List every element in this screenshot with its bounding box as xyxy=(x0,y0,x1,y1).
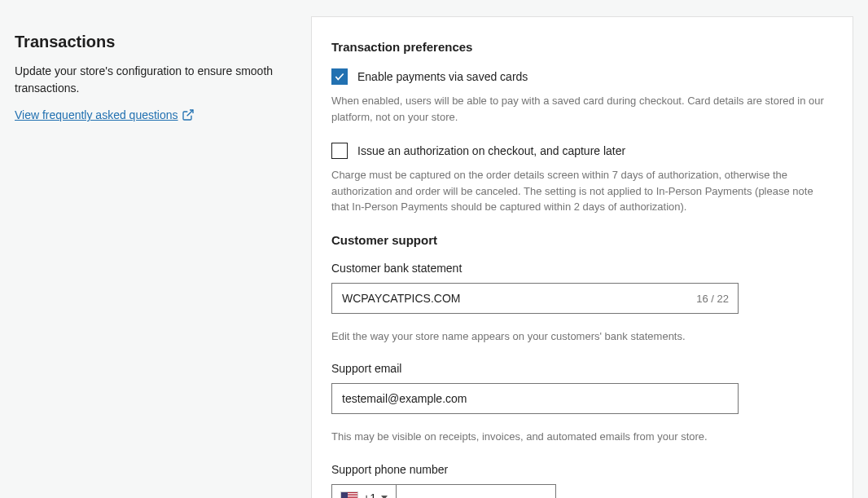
page-description: Update your store's configuration to ens… xyxy=(15,63,292,97)
settings-panel: Transaction preferences Enable payments … xyxy=(311,16,853,498)
sidebar: Transactions Update your store's configu… xyxy=(15,16,292,498)
faq-link[interactable]: View frequently asked questions xyxy=(15,108,195,121)
saved-cards-row: Enable payments via saved cards xyxy=(331,68,833,85)
bank-statement-counter: 16 / 22 xyxy=(696,292,729,304)
auth-later-checkbox[interactable] xyxy=(331,143,348,159)
country-code-select[interactable]: +1 xyxy=(331,484,396,499)
auth-later-help: Charge must be captured on the order det… xyxy=(331,167,833,215)
customer-support-heading: Customer support xyxy=(331,233,833,247)
enable-saved-cards-label: Enable payments via saved cards xyxy=(357,70,528,83)
settings-page: Transactions Update your store's configu… xyxy=(0,0,868,498)
dial-code: +1 xyxy=(363,491,376,499)
external-link-icon xyxy=(182,108,195,121)
support-phone-field: Support phone number +1 xyxy=(331,463,833,499)
page-title: Transactions xyxy=(15,33,292,51)
bank-statement-label: Customer bank statement xyxy=(331,262,833,275)
bank-statement-field: Customer bank statement 16 / 22 xyxy=(331,262,833,314)
check-icon xyxy=(334,71,345,82)
support-phone-label: Support phone number xyxy=(331,463,833,476)
support-email-help: This may be visible on receipts, invoice… xyxy=(331,429,833,445)
bank-statement-input[interactable] xyxy=(331,283,739,314)
transaction-preferences-heading: Transaction preferences xyxy=(331,40,833,54)
support-phone-input[interactable] xyxy=(396,484,556,499)
support-email-label: Support email xyxy=(331,362,833,375)
saved-cards-help: When enabled, users will be able to pay … xyxy=(331,93,833,125)
enable-saved-cards-checkbox[interactable] xyxy=(331,68,348,85)
auth-later-label: Issue an authorization on checkout, and … xyxy=(357,144,625,157)
auth-later-row: Issue an authorization on checkout, and … xyxy=(331,143,833,159)
us-flag-icon xyxy=(340,491,358,498)
support-email-input[interactable] xyxy=(331,383,739,414)
faq-link-label: View frequently asked questions xyxy=(15,108,178,121)
support-email-field: Support email xyxy=(331,362,833,414)
bank-statement-help: Edit the way your store name appears on … xyxy=(331,328,833,345)
